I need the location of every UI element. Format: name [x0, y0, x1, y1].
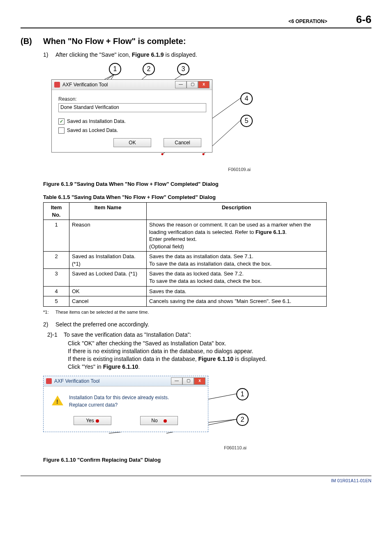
- l3-post: is displayed.: [233, 356, 267, 362]
- callout-3: 3: [177, 63, 189, 75]
- ok-button[interactable]: OK: [113, 138, 151, 147]
- callout2-2-num: 2: [241, 415, 244, 424]
- ok-button-label: OK: [129, 140, 136, 146]
- saved-as-installation-checkbox[interactable]: ✓: [58, 118, 65, 125]
- saved-as-locked-checkbox[interactable]: [58, 127, 65, 134]
- l3-pre: If there is existing installation data i…: [68, 356, 198, 362]
- callout-4: 4: [240, 92, 253, 105]
- close-glyph: x: [198, 378, 201, 383]
- yes-button-label: Yes: [86, 418, 94, 423]
- cell-no: 4: [44, 286, 69, 296]
- page-footer: IM 01R01A11-01EN: [21, 476, 371, 484]
- l3-bold: Figure 6.1.10: [198, 356, 234, 362]
- table-row: 5 Cancel Cancels saving the data and sho…: [44, 296, 327, 307]
- cell-name: Saved as Installation Data. (*1): [69, 252, 147, 269]
- close-glyph: x: [203, 82, 205, 86]
- step-1-number: 1): [43, 51, 55, 59]
- l4-bold: Figure 6.1.10: [103, 363, 138, 370]
- callout-5-num: 5: [245, 116, 249, 125]
- section-b-title: When "No Flow + Flow" is complete:: [43, 36, 186, 47]
- page-header: <6 OPERATION> 6-6: [21, 12, 371, 28]
- callout-2-num: 2: [147, 65, 151, 74]
- confirm-dialog-message: Installation Data for this device alread…: [69, 394, 169, 409]
- saved-as-installation-row: ✓ Saved as Installation Data.: [58, 118, 205, 125]
- maximize-button[interactable]: ▢: [187, 81, 198, 88]
- header-page-number: 6-6: [356, 12, 371, 27]
- step-1-fig-ref: Figure 6.1.9: [132, 51, 164, 58]
- saved-as-locked-label: Saved as Locked Data.: [67, 127, 118, 134]
- cell-no: 1: [44, 220, 69, 252]
- saved-as-locked-row: Saved as Locked Data.: [58, 127, 205, 134]
- confirm-dialog: AXF Verification Tool — ▢ x Installation…: [43, 376, 208, 432]
- step-2-1-line3: If there is existing installation data i…: [68, 355, 371, 363]
- step-1-text-before: After clicking the "Save" icon,: [55, 51, 132, 58]
- figure-6-1-10: 1 2 AXF Verification Tool — ▢ x Ins: [43, 376, 257, 454]
- maximize-button[interactable]: ▢: [182, 377, 194, 385]
- save-dialog-titlebar: AXF Verification Tool — ▢ x: [52, 80, 212, 90]
- footnote-text: These items can be selected at the same …: [55, 309, 149, 315]
- cell-name: Saved as Locked Data. (*1): [69, 269, 147, 286]
- window-buttons: — ▢ x: [175, 81, 210, 88]
- step-1: 1) After clicking the "Save" icon, Figur…: [43, 51, 371, 59]
- callout-5: 5: [240, 115, 253, 127]
- th-item-name: Item Name: [69, 203, 147, 220]
- confirm-msg-line1: Installation Data for this device alread…: [69, 394, 169, 401]
- no-button[interactable]: No: [140, 416, 178, 425]
- cell-name: Reason: [69, 220, 147, 252]
- red-dot-icon: [96, 419, 99, 423]
- cell-desc-bold: Figure 6.1.3: [256, 229, 285, 235]
- footnote-1: *1: These items can be selected at the s…: [43, 309, 371, 315]
- callout-3-num: 3: [182, 65, 185, 74]
- step-2: 2) Select the preferred one accordingly.: [43, 321, 371, 328]
- table-6-1-5-title: Table 6.1.5 "Saving Data When "No Flow +…: [43, 194, 371, 201]
- figure-6-1-9: 1 2 3 4 5 AXF Verification Tool: [51, 63, 265, 178]
- confirm-dialog-titlebar: AXF Verification Tool — ▢ x: [44, 376, 208, 386]
- yes-button[interactable]: Yes: [74, 416, 111, 425]
- table-row: 3 Saved as Locked Data. (*1) Saves the d…: [44, 269, 327, 286]
- reason-input-value: Done Standard Verification: [60, 104, 119, 110]
- save-dialog: AXF Verification Tool — ▢ x Reason: Done…: [51, 79, 212, 153]
- th-description: Description: [147, 203, 327, 220]
- cell-no: 5: [44, 296, 69, 307]
- figure-6-1-10-caption: Figure 6.1.10 "Confirm Replacing Data" D…: [43, 456, 371, 464]
- section-heading: (B) When "No Flow + Flow" is complete:: [21, 36, 371, 47]
- cancel-button[interactable]: Cancel: [164, 138, 201, 147]
- minimize-button[interactable]: —: [171, 377, 182, 385]
- reason-input[interactable]: Done Standard Verification: [58, 103, 206, 112]
- cell-desc: Saves the data as installation data. See…: [147, 252, 327, 269]
- doc-id: IM 01R01A11-01EN: [331, 478, 371, 483]
- close-button[interactable]: x: [198, 81, 210, 88]
- l4-pre: Click "Yes" in: [68, 363, 103, 370]
- confirm-dialog-title: AXF Verification Tool: [54, 378, 100, 384]
- window-buttons: — ▢ x: [171, 377, 205, 385]
- reason-label: Reason:: [58, 96, 205, 102]
- step-2-1-line4: Click "Yes" in Figure 6.1.10.: [68, 363, 371, 371]
- step-2-1-number: 2)-1: [47, 331, 64, 339]
- callout2-1: 1: [236, 388, 249, 400]
- close-button[interactable]: x: [194, 377, 205, 385]
- step-1-text-after: is displayed.: [164, 51, 197, 58]
- no-button-label: No: [151, 418, 157, 423]
- svg-point-13: [203, 153, 205, 155]
- checkmark-icon: ✓: [60, 118, 63, 125]
- table-row: 2 Saved as Installation Data. (*1) Saves…: [44, 252, 327, 269]
- header-section: <6 OPERATION>: [288, 18, 327, 25]
- svg-point-12: [161, 153, 164, 155]
- callout2-1-num: 1: [241, 390, 244, 399]
- minimize-button[interactable]: —: [175, 81, 187, 88]
- figure-1-filename: F060109.ai: [228, 166, 251, 173]
- figure-2-filename: F060110.ai: [224, 445, 247, 451]
- l4-post: .: [138, 363, 140, 370]
- callout-2: 2: [143, 63, 155, 75]
- step-2-1-line1: Click "OK" after checking the "Saved as …: [68, 340, 371, 347]
- cell-desc: Cancels saving the data and shows "Main …: [147, 296, 327, 307]
- table-row: 1 Reason Shows the reason or comment. It…: [44, 220, 327, 252]
- cell-desc: Saves the data.: [147, 286, 327, 296]
- cancel-button-label: Cancel: [175, 140, 190, 146]
- section-b-label: (B): [21, 36, 43, 47]
- step-2-1: 2)-1 To save the verification data as "I…: [47, 331, 371, 370]
- step-2-1-line2: If there is no existing installation dat…: [68, 347, 371, 355]
- cell-no: 3: [44, 269, 69, 286]
- table-row: 4 OK Saves the data.: [44, 286, 327, 296]
- red-dot-icon: [164, 419, 167, 423]
